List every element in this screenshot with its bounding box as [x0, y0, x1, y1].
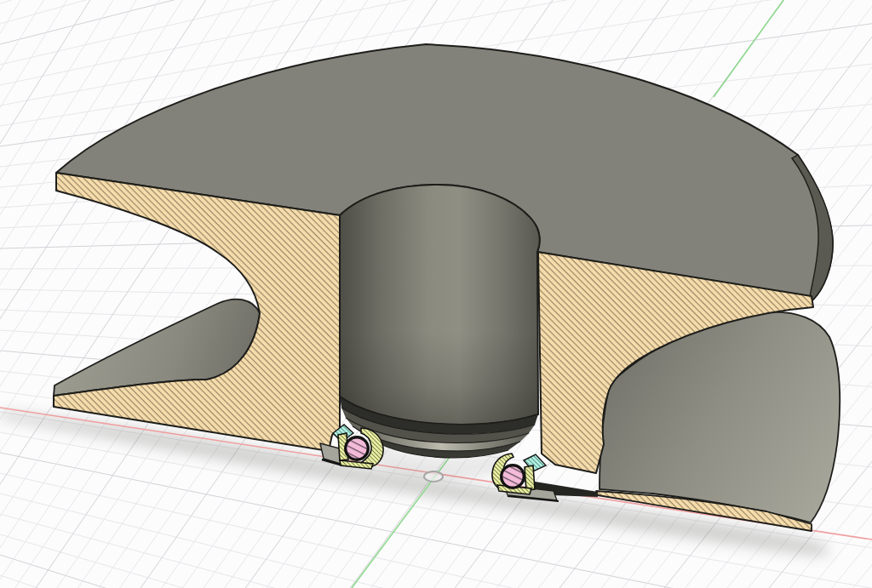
cad-viewport[interactable]: [0, 0, 872, 588]
bore-cylinder-shading: [340, 185, 540, 425]
bearing-left-ball: [347, 438, 368, 460]
section-face-left[interactable]: [54, 173, 340, 451]
bearing-right-ball: [502, 466, 524, 488]
model-canvas[interactable]: [0, 0, 872, 588]
bearing-right-inner-race: [525, 465, 535, 490]
y-axis-line-top: [714, 0, 783, 97]
